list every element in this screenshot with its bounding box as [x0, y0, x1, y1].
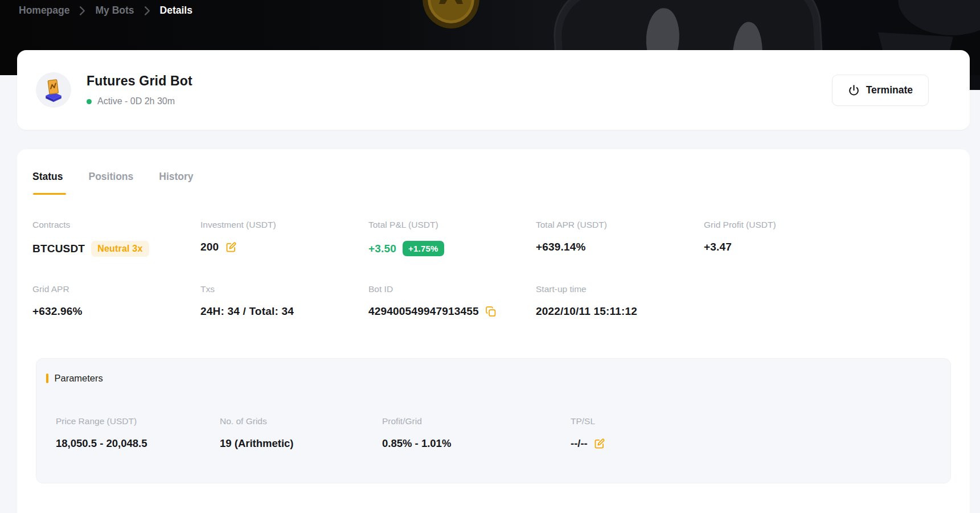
stat-label: Contracts: [32, 220, 200, 230]
param-no-of-grids: No. of Grids 19 (Arithmetic): [220, 416, 382, 450]
total-pnl-value: +3.50: [368, 243, 396, 255]
futures-grid-bot-3d-icon: [41, 77, 66, 102]
grid-profit-value: +3.47: [704, 241, 732, 253]
breadcrumb-my-bots[interactable]: My Bots: [95, 5, 134, 17]
tab-bar: Status Positions History: [32, 171, 951, 195]
stat-label: Start-up time: [536, 284, 951, 294]
contracts-value: BTCUSDT: [32, 243, 85, 255]
breadcrumb-homepage[interactable]: Homepage: [19, 5, 69, 17]
stat-total-apr: Total APR (USDT) +639.14%: [536, 220, 704, 257]
edit-tpsl-button[interactable]: [593, 438, 605, 450]
tpsl-value: --/--: [571, 437, 588, 450]
banner-edge: [970, 75, 980, 90]
page-title: Futures Grid Bot: [87, 73, 192, 89]
stat-grid-apr: Grid APR +632.96%: [32, 284, 200, 318]
stat-label: Txs: [200, 284, 368, 294]
bot-header-card: Futures Grid Bot Active - 0D 2h 30m Term…: [17, 50, 970, 130]
leverage-badge: Neutral 3x: [91, 241, 149, 257]
param-profit-grid: Profit/Grid 0.85% - 1.01%: [382, 416, 571, 450]
investment-value: 200: [200, 241, 219, 253]
stat-total-pnl: Total P&L (USDT) +3.50 +1.75%: [368, 220, 536, 257]
status-text: Active - 0D 2h 30m: [97, 96, 175, 106]
bot-id-value: 429400549947913455: [368, 305, 479, 318]
avatar: [36, 72, 71, 108]
startup-time-value: 2022/10/11 15:11:12: [536, 305, 637, 318]
stat-label: Grid Profit (USDT): [704, 220, 951, 230]
stat-grid-profit: Grid Profit (USDT) +3.47: [704, 220, 951, 257]
coin-illustration-icon: [423, 0, 479, 28]
profit-grid-value: 0.85% - 1.01%: [382, 437, 451, 450]
chevron-right-icon: [79, 6, 85, 15]
stat-label: Grid APR: [32, 284, 200, 294]
stats-row-2: Grid APR +632.96% Txs 24H: 34 / Total: 3…: [32, 284, 951, 318]
stat-label: Investment (USDT): [200, 220, 368, 230]
parameters-title: Parameters: [55, 373, 103, 384]
grid-apr-value: +632.96%: [32, 305, 83, 318]
param-tpsl: TP/SL --/--: [571, 416, 939, 450]
parameters-grid: Price Range (USDT) 18,050.5 - 20,048.5 N…: [46, 416, 939, 450]
bot-details-card: Status Positions History Contracts BTCUS…: [17, 149, 970, 513]
stat-bot-id: Bot ID 429400549947913455: [368, 284, 536, 318]
edit-square-icon: [225, 241, 237, 253]
edit-square-icon: [593, 438, 605, 450]
param-label: Price Range (USDT): [56, 416, 220, 426]
breadcrumb: Homepage My Bots Details: [19, 5, 192, 17]
parameters-header: Parameters: [46, 373, 939, 384]
stat-label: Total P&L (USDT): [368, 220, 536, 230]
tab-positions[interactable]: Positions: [88, 171, 133, 195]
param-label: No. of Grids: [220, 416, 382, 426]
stats-row-1: Contracts BTCUSDT Neutral 3x Investment …: [32, 220, 951, 257]
tab-history[interactable]: History: [159, 171, 193, 195]
robot-ear-icon: [898, 0, 980, 35]
power-icon: [848, 84, 860, 96]
param-label: Profit/Grid: [382, 416, 571, 426]
chevron-right-icon: [144, 6, 150, 15]
pnl-percent-badge: +1.75%: [403, 241, 444, 256]
copy-bot-id-button[interactable]: [485, 306, 497, 317]
stat-label: Bot ID: [368, 284, 536, 294]
param-label: TP/SL: [571, 416, 939, 426]
status-dot-icon: [87, 99, 92, 104]
copy-icon: [485, 306, 497, 317]
parameters-panel: Parameters Price Range (USDT) 18,050.5 -…: [36, 358, 951, 483]
tab-status[interactable]: Status: [32, 171, 63, 195]
grids-value: 19 (Arithmetic): [220, 437, 294, 450]
stat-startup-time: Start-up time 2022/10/11 15:11:12: [536, 284, 951, 318]
orange-bar-icon: [46, 374, 48, 383]
txs-value: 24H: 34 / Total: 34: [200, 305, 294, 318]
stat-investment: Investment (USDT) 200: [200, 220, 368, 257]
terminate-button[interactable]: Terminate: [832, 75, 929, 106]
price-range-value: 18,050.5 - 20,048.5: [56, 437, 147, 450]
stat-label: Total APR (USDT): [536, 220, 704, 230]
terminate-label: Terminate: [866, 84, 913, 96]
edit-investment-button[interactable]: [225, 241, 237, 253]
total-apr-value: +639.14%: [536, 241, 586, 253]
stat-txs: Txs 24H: 34 / Total: 34: [200, 284, 368, 318]
breadcrumb-details: Details: [160, 5, 192, 17]
stat-contracts: Contracts BTCUSDT Neutral 3x: [32, 220, 200, 257]
param-price-range: Price Range (USDT) 18,050.5 - 20,048.5: [56, 416, 220, 450]
